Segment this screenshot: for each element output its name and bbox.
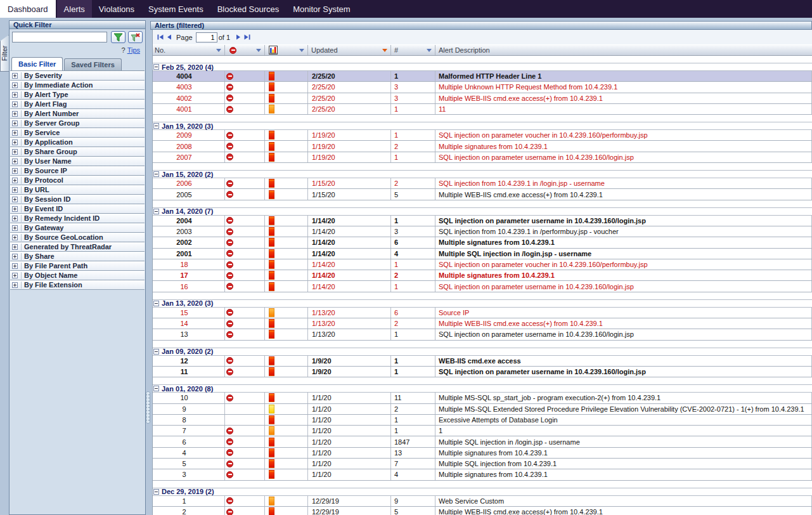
alert-row[interactable]: 71/1/2011 bbox=[153, 426, 812, 436]
sort-dropdown-icon[interactable] bbox=[427, 49, 432, 52]
alert-row[interactable]: 111/9/201SQL injection on parameter user… bbox=[153, 367, 812, 377]
splitter-grip-icon[interactable] bbox=[146, 391, 150, 424]
group-header[interactable]: Jan 09, 2020 (2) bbox=[153, 348, 812, 356]
column-header-flag[interactable] bbox=[225, 45, 265, 55]
expand-plus-icon[interactable] bbox=[12, 111, 18, 117]
filter-item-by-application[interactable]: By Application bbox=[10, 138, 145, 147]
expand-plus-icon[interactable] bbox=[12, 282, 18, 288]
alert-row[interactable]: 20041/14/201SQL injection on parameter u… bbox=[153, 216, 812, 226]
collapse-minus-icon[interactable] bbox=[153, 123, 159, 129]
collapse-minus-icon[interactable] bbox=[153, 171, 159, 177]
expand-plus-icon[interactable] bbox=[12, 216, 18, 221]
collapse-minus-icon[interactable] bbox=[153, 209, 159, 214]
filter-item-by-share-group[interactable]: By Share Group bbox=[10, 147, 145, 157]
filter-item-by-file-extension[interactable]: By File Extension bbox=[10, 280, 145, 290]
filter-item-by-session-id[interactable]: By Session ID bbox=[10, 195, 145, 204]
alert-row[interactable]: 40022/25/203Multiple WEB-IIS cmd.exe acc… bbox=[153, 93, 812, 104]
expand-plus-icon[interactable] bbox=[12, 254, 18, 259]
filter-item-by-source-geolocation[interactable]: By Source GeoLocation bbox=[10, 233, 145, 242]
column-header-severity[interactable] bbox=[265, 45, 308, 55]
alert-row[interactable]: 81/1/201Excessive Attempts of Database L… bbox=[153, 415, 812, 426]
filter-item-by-file-parent-path[interactable]: By File Parent Path bbox=[10, 261, 145, 271]
alert-row[interactable]: 91/1/202Multiple MS-SQL Extended Stored … bbox=[153, 404, 812, 415]
filter-item-by-server-group[interactable]: By Server Group bbox=[10, 119, 145, 128]
alert-row[interactable]: 51/1/207Multiple SQL injection from 10.4… bbox=[153, 459, 812, 469]
alert-row[interactable]: 212/29/195Multiple WEB-IIS cmd.exe acces… bbox=[153, 507, 812, 515]
filter-item-by-protocol[interactable]: By Protocol bbox=[10, 176, 145, 185]
alert-row[interactable]: 171/14/202Multiple signatures from 10.4.… bbox=[153, 270, 812, 281]
prev-page-icon[interactable] bbox=[165, 33, 173, 42]
nav-tab-dashboard[interactable]: Dashboard bbox=[0, 0, 56, 18]
expand-plus-icon[interactable] bbox=[12, 140, 18, 145]
apply-filter-button[interactable] bbox=[111, 31, 126, 43]
alert-row[interactable]: 20081/19/202Multiple signatures from 10.… bbox=[153, 141, 812, 152]
filter-item-by-event-id[interactable]: By Event ID bbox=[10, 204, 145, 214]
sort-dropdown-icon[interactable] bbox=[299, 49, 304, 52]
expand-plus-icon[interactable] bbox=[12, 197, 18, 202]
alert-row[interactable]: 61/1/201847Multiple SQL injection in /lo… bbox=[153, 436, 812, 447]
group-header[interactable]: Dec 29, 2019 (2) bbox=[153, 488, 812, 496]
filter-tab-saved-filters[interactable]: Saved Filters bbox=[64, 58, 121, 70]
alert-row[interactable]: 40012/25/20111 bbox=[153, 104, 812, 115]
alert-row[interactable]: 20051/15/205Multiple WEB-IIS cmd.exe acc… bbox=[153, 189, 812, 200]
sort-dropdown-icon[interactable] bbox=[382, 49, 387, 52]
first-page-icon[interactable] bbox=[157, 33, 164, 42]
alert-row[interactable]: 40032/25/203Multiple Unknown HTTP Reques… bbox=[153, 82, 812, 93]
last-page-icon[interactable] bbox=[243, 33, 251, 42]
filter-item-by-url[interactable]: By URL bbox=[10, 185, 145, 195]
alert-row[interactable]: 112/29/199Web Service Custom bbox=[153, 496, 812, 507]
group-header[interactable]: Jan 01, 2020 (8) bbox=[153, 384, 812, 393]
filter-item-by-object-name[interactable]: By Object Name bbox=[10, 271, 145, 280]
expand-plus-icon[interactable] bbox=[12, 187, 18, 193]
filter-item-generated-by-threatradar[interactable]: Generated by ThreatRadar bbox=[10, 242, 145, 252]
filter-item-by-immediate-action[interactable]: By Immediate Action bbox=[10, 81, 145, 90]
alert-row[interactable]: 41/1/2013Multiple signatures from 10.4.2… bbox=[153, 448, 812, 459]
sort-dropdown-icon[interactable] bbox=[216, 49, 221, 52]
expand-plus-icon[interactable] bbox=[12, 149, 18, 155]
expand-plus-icon[interactable] bbox=[12, 92, 18, 98]
alert-row[interactable]: 151/13/206Source IP bbox=[153, 308, 812, 318]
filter-item-by-source-ip[interactable]: By Source IP bbox=[10, 166, 145, 176]
expand-plus-icon[interactable] bbox=[12, 168, 18, 174]
column-header-no[interactable]: No. bbox=[153, 45, 225, 55]
alert-row[interactable]: 20031/14/203SQL injection from 10.4.239.… bbox=[153, 226, 812, 237]
filter-tab-basic-filter[interactable]: Basic Filter bbox=[11, 57, 63, 70]
expand-plus-icon[interactable] bbox=[12, 130, 18, 136]
alert-row[interactable]: 121/9/201WEB-IIS cmd.exe access bbox=[153, 356, 812, 367]
filter-item-by-share[interactable]: By Share bbox=[10, 252, 145, 261]
collapse-minus-icon[interactable] bbox=[153, 349, 159, 355]
expand-plus-icon[interactable] bbox=[12, 263, 18, 269]
group-header[interactable]: Feb 25, 2020 (4) bbox=[153, 63, 812, 71]
column-header-count[interactable]: # bbox=[391, 45, 435, 55]
nav-tab-violations[interactable]: Violations bbox=[92, 0, 141, 18]
nav-tab-alerts[interactable]: Alerts bbox=[57, 0, 92, 18]
alert-row[interactable]: 161/14/201SQL injection on parameter use… bbox=[153, 281, 812, 292]
group-header[interactable]: Jan 19, 2020 (3) bbox=[153, 122, 812, 130]
page-number-input[interactable] bbox=[196, 32, 217, 42]
expand-plus-icon[interactable] bbox=[12, 121, 18, 126]
alert-row[interactable]: 101/1/2011Multiple MS-SQL sp_start_job -… bbox=[153, 393, 812, 403]
alert-row[interactable]: 181/14/201SQL injection on parameter vou… bbox=[153, 259, 812, 270]
collapse-minus-icon[interactable] bbox=[153, 64, 159, 70]
group-header[interactable]: Jan 14, 2020 (7) bbox=[153, 207, 812, 216]
alert-row[interactable]: 131/13/201SQL injection on parameter use… bbox=[153, 329, 812, 340]
alert-row[interactable]: 20061/15/202SQL injection from 10.4.239.… bbox=[153, 178, 812, 189]
alert-row[interactable]: 20011/14/204Multiple SQL injection in /l… bbox=[153, 249, 812, 259]
filter-item-by-severity[interactable]: By Severity bbox=[10, 71, 145, 81]
expand-plus-icon[interactable] bbox=[12, 178, 18, 183]
expand-plus-icon[interactable] bbox=[12, 206, 18, 212]
filter-side-tab[interactable]: Filter bbox=[0, 35, 9, 72]
expand-plus-icon[interactable] bbox=[12, 273, 18, 278]
expand-plus-icon[interactable] bbox=[12, 73, 18, 79]
expand-plus-icon[interactable] bbox=[12, 244, 18, 250]
clear-filter-button[interactable] bbox=[128, 31, 143, 43]
filter-item-by-alert-type[interactable]: By Alert Type bbox=[10, 90, 145, 100]
sort-dropdown-icon[interactable] bbox=[256, 49, 261, 52]
alert-row[interactable]: 31/1/204Multiple signatures from 10.4.23… bbox=[153, 469, 812, 480]
collapse-minus-icon[interactable] bbox=[153, 301, 159, 306]
nav-tab-system-events[interactable]: System Events bbox=[141, 0, 210, 18]
collapse-minus-icon[interactable] bbox=[153, 489, 159, 495]
alert-row[interactable]: 20091/19/201SQL injection on parameter v… bbox=[153, 130, 812, 141]
group-header[interactable]: Jan 15, 2020 (2) bbox=[153, 170, 812, 178]
collapse-minus-icon[interactable] bbox=[153, 386, 159, 391]
